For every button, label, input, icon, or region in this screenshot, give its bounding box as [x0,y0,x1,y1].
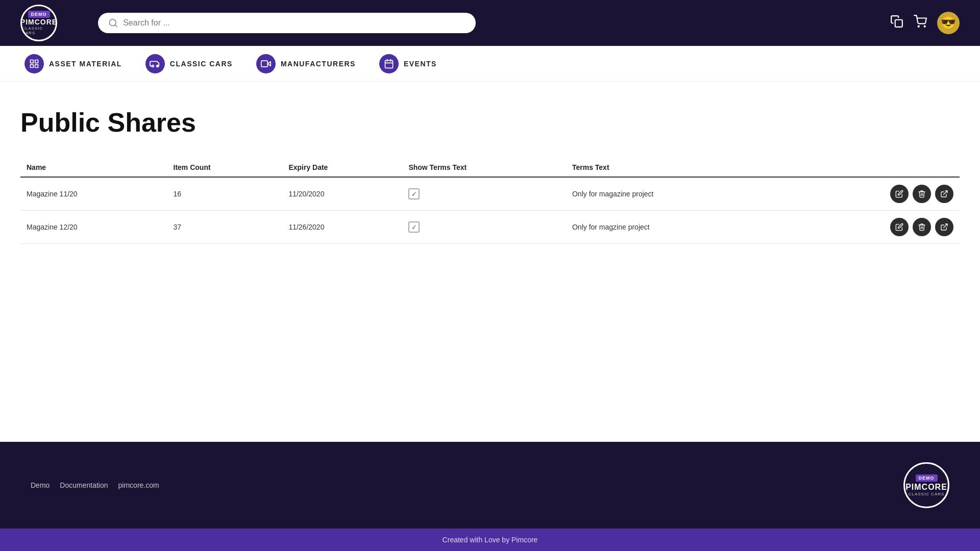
col-header-name: Name [20,158,167,177]
svg-marker-11 [267,61,271,65]
nav-label-classic-cars: CLASSIC CARS [170,60,233,68]
nav-item-asset-material[interactable]: ASSET MATERIAL [15,50,131,78]
footer-logo-area: DEMO PIMCORE CLASSIC CARS [903,462,949,508]
footer-link-documentation[interactable]: Documentation [60,481,108,489]
row1-checkbox[interactable]: ✓ [408,188,420,199]
svg-rect-5 [31,60,34,63]
row1-item-count: 16 [167,177,283,211]
col-header-show-terms-text: Show Terms Text [402,158,566,177]
row1-share-button[interactable] [935,185,953,203]
events-icon [379,54,399,73]
footer-logo-circle: DEMO PIMCORE CLASSIC CARS [903,462,949,508]
logo-sub: CLASSIC CARS [22,26,56,35]
row1-name: Magazine 11/20 [20,177,167,211]
row2-show-terms-text: ✓ [402,211,566,244]
col-header-item-count: Item Count [167,158,283,177]
footer-logo-sub: CLASSIC CARS [909,492,945,496]
row2-checkbox[interactable]: ✓ [408,221,420,233]
copy-icon[interactable] [890,15,903,31]
footer-links: Demo Documentation pimcore.com [31,481,159,489]
footer-link-demo[interactable]: Demo [31,481,50,489]
search-bar [98,13,476,33]
svg-rect-2 [895,20,902,27]
header: DEMO PIMCORE CLASSIC CARS 😎 [0,0,980,46]
svg-line-18 [944,224,947,228]
table-row: Magazine 12/20 37 11/26/2020 ✓ Only for … [20,211,960,244]
logo-brand: PIMCORE [20,18,57,26]
main-nav: ASSET MATERIAL CLASSIC CARS MANUFACTURER… [0,46,980,82]
svg-rect-12 [261,61,267,67]
search-input[interactable] [123,18,465,28]
footer-strip: Created with Love by Pimcore [0,529,980,551]
nav-item-events[interactable]: EVENTS [370,50,446,78]
row1-edit-button[interactable] [890,185,909,203]
manufacturers-icon [256,54,276,73]
nav-label-manufacturers: MANUFACTURERS [281,60,356,68]
svg-line-17 [944,191,947,194]
svg-rect-7 [31,64,34,67]
row2-share-button[interactable] [935,218,953,236]
logo-area[interactable]: DEMO PIMCORE CLASSIC CARS [20,5,57,41]
row2-expiry-date: 11/26/2020 [282,211,402,244]
nav-item-classic-cars[interactable]: CLASSIC CARS [136,50,242,78]
nav-item-manufacturers[interactable]: MANUFACTURERS [247,50,365,78]
row2-actions [784,211,960,244]
col-header-actions [784,158,960,177]
asset-material-icon [24,54,44,73]
row1-delete-button[interactable] [913,185,931,203]
classic-cars-icon [145,54,165,73]
footer-dark: Demo Documentation pimcore.com DEMO PIMC… [0,442,980,529]
footer-strip-text: Created with Love by Pimcore [443,536,538,544]
row2-delete-button[interactable] [913,218,931,236]
svg-point-3 [918,26,919,27]
svg-rect-8 [35,64,38,67]
page-title: Public Shares [20,107,960,138]
footer-logo-demo: DEMO [916,474,938,482]
col-header-terms-text: Terms Text [566,158,784,177]
row2-terms-text: Only for magzine project [566,211,784,244]
user-avatar[interactable]: 😎 [937,12,960,34]
row2-edit-button[interactable] [890,218,909,236]
cart-icon[interactable] [914,15,927,31]
search-icon [108,18,118,28]
row1-terms-text: Only for magazine project [566,177,784,211]
svg-line-1 [115,25,116,27]
col-header-expiry-date: Expiry Date [282,158,402,177]
svg-rect-6 [35,60,38,63]
shares-table: Name Item Count Expiry Date Show Terms T… [20,158,960,244]
nav-label-asset-material: ASSET MATERIAL [49,60,122,68]
row1-actions [784,177,960,211]
logo-demo-badge: DEMO [28,11,50,18]
svg-point-4 [924,26,925,27]
footer-logo-brand: PIMCORE [905,483,947,492]
table-row: Magazine 11/20 16 11/20/2020 ✓ Only for … [20,177,960,211]
svg-point-9 [152,65,154,67]
main-content: Public Shares Name Item Count Expiry Dat… [0,82,980,442]
logo-circle: DEMO PIMCORE CLASSIC CARS [20,5,57,41]
header-actions: 😎 [890,12,960,34]
footer-link-pimcore[interactable]: pimcore.com [118,481,159,489]
nav-label-events: EVENTS [404,60,437,68]
row1-show-terms-text: ✓ [402,177,566,211]
row1-expiry-date: 11/20/2020 [282,177,402,211]
row2-name: Magazine 12/20 [20,211,167,244]
row2-item-count: 37 [167,211,283,244]
svg-rect-13 [385,60,393,68]
